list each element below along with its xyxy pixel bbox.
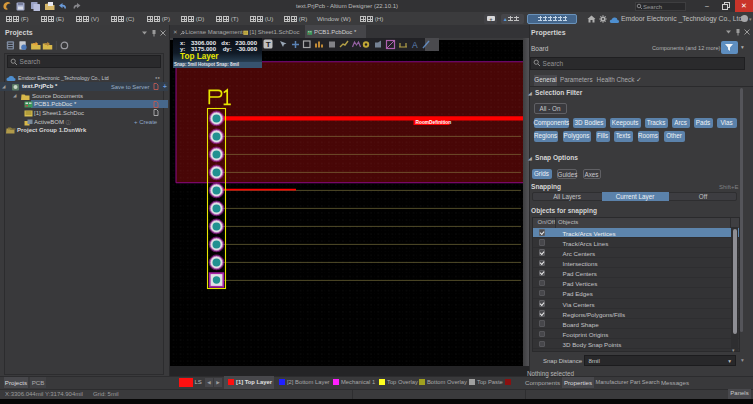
- svg-text:T: T: [266, 40, 271, 49]
- svg-text:RoomDefinition: RoomDefinition: [416, 120, 452, 125]
- svg-text:A: A: [412, 40, 418, 50]
